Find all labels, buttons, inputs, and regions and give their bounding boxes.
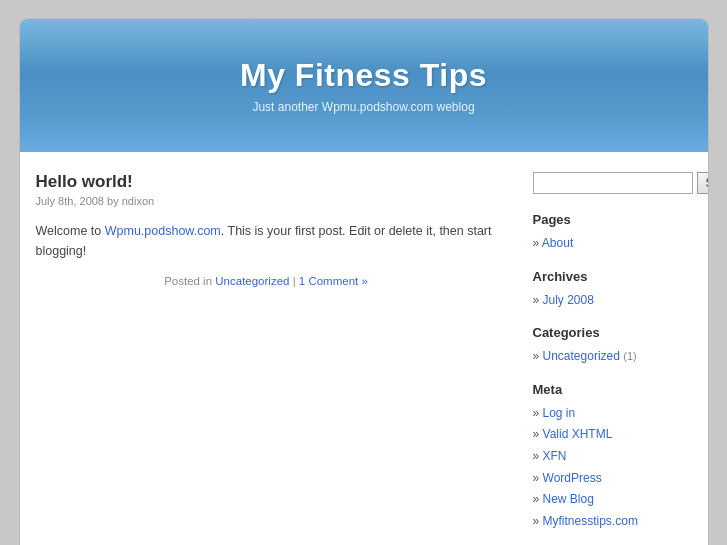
site-header: My Fitness Tips Just another Wpmu.podsho… — [20, 19, 708, 152]
post-content-prefix: Welcome to — [36, 224, 105, 238]
categories-list: Uncategorized (1) — [533, 346, 692, 368]
outer-wrapper: My Fitness Tips Just another Wpmu.podsho… — [19, 18, 709, 545]
category-count: (1) — [623, 350, 636, 362]
list-item: Uncategorized (1) — [533, 346, 692, 368]
content-wrapper: Hello world! July 8th, 2008 by ndixon We… — [20, 152, 708, 545]
site-subtitle: Just another Wpmu.podshow.com weblog — [40, 100, 688, 114]
meta-fitnesstips-link[interactable]: Myfitnesstips.com — [543, 514, 638, 528]
posted-in-label: Posted in — [164, 275, 215, 287]
sidebar-meta-section: Meta Log in Valid XHTML XFN WordPress Ne… — [533, 382, 692, 533]
categories-heading: Categories — [533, 325, 692, 340]
sidebar-archives-section: Archives July 2008 — [533, 269, 692, 312]
sidebar: Search Pages About Archives July 2008 — [517, 172, 692, 545]
archives-heading: Archives — [533, 269, 692, 284]
meta-login-link[interactable]: Log in — [543, 406, 576, 420]
post-content: Welcome to Wpmu.podshow.com. This is you… — [36, 221, 497, 261]
category-uncategorized-link[interactable]: Uncategorized — [543, 349, 620, 363]
pages-heading: Pages — [533, 212, 692, 227]
category-link[interactable]: Uncategorized — [215, 275, 289, 287]
search-input[interactable] — [533, 172, 693, 194]
meta-xhtml-link[interactable]: Valid XHTML — [543, 427, 613, 441]
search-button[interactable]: Search — [697, 172, 709, 194]
comment-link[interactable]: 1 Comment » — [299, 275, 368, 287]
list-item: WordPress — [533, 468, 692, 490]
search-box: Search — [533, 172, 692, 194]
sidebar-pages-section: Pages About — [533, 212, 692, 255]
archives-july-link[interactable]: July 2008 — [543, 293, 594, 307]
pages-about-link[interactable]: About — [542, 236, 573, 250]
sidebar-categories-section: Categories Uncategorized (1) — [533, 325, 692, 368]
meta-newblog-link[interactable]: New Blog — [543, 492, 594, 506]
post-meta: July 8th, 2008 by ndixon — [36, 195, 497, 207]
list-item: Log in — [533, 403, 692, 425]
meta-heading: Meta — [533, 382, 692, 397]
list-item: About — [533, 233, 692, 255]
archives-list: July 2008 — [533, 290, 692, 312]
meta-xfn-link[interactable]: XFN — [543, 449, 567, 463]
pages-list: About — [533, 233, 692, 255]
post-title: Hello world! — [36, 172, 497, 192]
site-title: My Fitness Tips — [40, 57, 688, 94]
list-item: Valid XHTML — [533, 424, 692, 446]
list-item: XFN — [533, 446, 692, 468]
meta-list: Log in Valid XHTML XFN WordPress New Blo… — [533, 403, 692, 533]
list-item: July 2008 — [533, 290, 692, 312]
separator: | — [289, 275, 298, 287]
list-item: Myfitnesstips.com — [533, 511, 692, 533]
meta-wordpress-link[interactable]: WordPress — [543, 471, 602, 485]
main-content: Hello world! July 8th, 2008 by ndixon We… — [36, 172, 517, 545]
list-item: New Blog — [533, 489, 692, 511]
post-footer: Posted in Uncategorized | 1 Comment » — [36, 275, 497, 287]
post-link[interactable]: Wpmu.podshow.com — [105, 224, 221, 238]
